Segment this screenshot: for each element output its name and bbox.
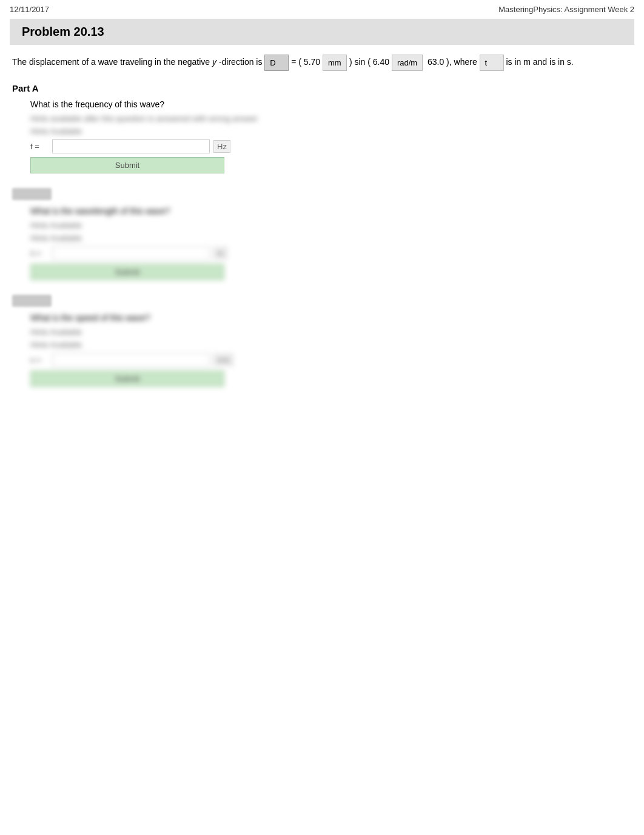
stmt-where: ), where — [446, 57, 477, 67]
stmt-before: The displacement of a wave traveling in … — [12, 57, 210, 67]
part-c-answer-input[interactable] — [52, 353, 210, 367]
part-b-question: What is the wavelength of this wave? — [30, 206, 632, 216]
part-b-hints-available: Hints Available — [30, 233, 632, 243]
part-a-hint-text: Hints available after this question is a… — [30, 114, 258, 123]
unit-rad-box: rad/m — [392, 55, 423, 71]
part-a-question: What is the frequency of this wave? — [30, 99, 632, 109]
problem-title-bar: Problem 20.13 — [10, 19, 634, 45]
problem-statement: The displacement of a wave traveling in … — [12, 55, 632, 71]
problem-title: Problem 20.13 — [22, 25, 104, 38]
part-c-answer-row: v = m/s — [30, 353, 632, 367]
part-c-label-blurred: Part C — [12, 295, 52, 307]
header-title: MasteringPhysics: Assignment Week 2 — [498, 5, 634, 14]
part-a-answer-input[interactable] — [52, 139, 210, 153]
stmt-equation: = ( 5.70 — [291, 57, 320, 67]
part-c-answer-label: v = — [30, 355, 49, 364]
displacement-var-box: D — [264, 55, 289, 71]
part-b-answer-label: λ = — [30, 249, 49, 258]
part-a-submit-button[interactable]: Submit — [30, 157, 224, 173]
header-date: 12/11/2017 — [10, 5, 49, 14]
part-c-unit: m/s — [213, 354, 233, 366]
part-b-label-blurred: Part B — [12, 188, 52, 200]
stmt-y-var: y — [212, 57, 216, 67]
part-b-answer-row: λ = m — [30, 246, 632, 260]
part-b-section: Part B What is the wavelength of this wa… — [12, 188, 632, 280]
part-c-submit-button[interactable]: Submit — [30, 371, 224, 387]
part-c-content-blurred: What is the speed of this wave? Hints Av… — [12, 313, 632, 387]
part-c-question: What is the speed of this wave? — [30, 313, 632, 323]
part-a-answer-label: f = — [30, 142, 49, 151]
part-a-unit: Hz — [213, 140, 230, 153]
main-content: The displacement of a wave traveling in … — [0, 45, 644, 411]
time-var-box: t — [480, 55, 504, 71]
page-header: 12/11/2017 MasteringPhysics: Assignment … — [0, 0, 644, 19]
part-b-submit-button[interactable]: Submit — [30, 264, 224, 280]
part-c-hints-available: Hints Available — [30, 340, 632, 349]
part-a-answer-row: f = Hz — [30, 139, 632, 153]
part-b-answer-input[interactable] — [52, 246, 210, 260]
part-a-hints-blurred: Hints available after this question is a… — [12, 114, 632, 136]
part-a-submit-row: Submit — [30, 157, 632, 173]
stmt-end: is in m and — [506, 57, 547, 67]
stmt-equation2: ) sin ( 6.40 — [349, 57, 389, 67]
part-a-hints-available: Hints Available — [30, 127, 632, 136]
part-a-section: Part A What is the frequency of this wav… — [12, 83, 632, 173]
part-b-unit: m — [213, 247, 227, 260]
stmt-direction: -direction is — [219, 57, 263, 67]
part-a-hint-row: Hints available after this question is a… — [30, 114, 632, 123]
stmt-is: is in s. — [549, 57, 574, 67]
part-b-submit-row: Submit — [30, 264, 632, 280]
unit-mm-box: mm — [323, 55, 347, 71]
part-c-section: Part C What is the speed of this wave? H… — [12, 295, 632, 387]
part-a-header: Part A — [12, 83, 632, 93]
part-c-submit-row: Submit — [30, 371, 632, 387]
part-b-content-blurred: What is the wavelength of this wave? Hin… — [12, 206, 632, 280]
part-b-hint-row: Hints Available — [30, 221, 632, 230]
stmt-value63: 63.0 — [425, 57, 444, 67]
part-c-hint-row: Hints Available — [30, 327, 632, 337]
